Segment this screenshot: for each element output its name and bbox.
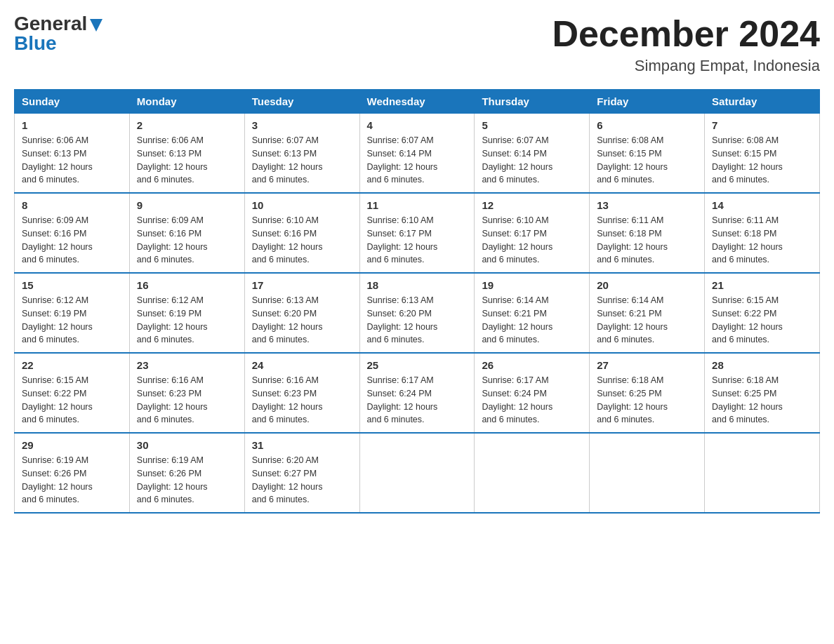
calendar-cell: 15 Sunrise: 6:12 AMSunset: 6:19 PMDaylig… bbox=[15, 273, 130, 353]
header-friday: Friday bbox=[590, 90, 705, 114]
header-row: SundayMondayTuesdayWednesdayThursdayFrid… bbox=[15, 90, 820, 114]
day-number: 30 bbox=[137, 439, 237, 451]
day-number: 12 bbox=[482, 199, 582, 211]
week-row-3: 15 Sunrise: 6:12 AMSunset: 6:19 PMDaylig… bbox=[15, 273, 820, 353]
day-number: 23 bbox=[137, 359, 237, 371]
day-info: Sunrise: 6:08 AMSunset: 6:15 PMDaylight:… bbox=[597, 134, 697, 187]
day-number: 20 bbox=[597, 279, 697, 291]
day-number: 11 bbox=[367, 199, 468, 211]
day-info: Sunrise: 6:13 AMSunset: 6:20 PMDaylight:… bbox=[367, 294, 468, 347]
calendar-cell bbox=[359, 433, 475, 513]
logo: General Blue bbox=[14, 14, 102, 53]
day-number: 6 bbox=[597, 119, 697, 131]
day-info: Sunrise: 6:08 AMSunset: 6:15 PMDaylight:… bbox=[712, 134, 812, 187]
day-info: Sunrise: 6:16 AMSunset: 6:23 PMDaylight:… bbox=[252, 374, 352, 427]
header-sunday: Sunday bbox=[15, 90, 130, 114]
calendar-cell: 7 Sunrise: 6:08 AMSunset: 6:15 PMDayligh… bbox=[705, 114, 820, 194]
day-number: 9 bbox=[137, 199, 237, 211]
day-info: Sunrise: 6:18 AMSunset: 6:25 PMDaylight:… bbox=[712, 374, 812, 427]
calendar-cell bbox=[475, 433, 590, 513]
day-number: 31 bbox=[252, 439, 352, 451]
calendar-cell: 16 Sunrise: 6:12 AMSunset: 6:19 PMDaylig… bbox=[129, 273, 244, 353]
calendar-cell: 25 Sunrise: 6:17 AMSunset: 6:24 PMDaylig… bbox=[359, 353, 475, 433]
day-number: 22 bbox=[22, 359, 122, 371]
day-info: Sunrise: 6:11 AMSunset: 6:18 PMDaylight:… bbox=[597, 214, 697, 267]
calendar-cell: 12 Sunrise: 6:10 AMSunset: 6:17 PMDaylig… bbox=[475, 193, 590, 273]
calendar-cell: 29 Sunrise: 6:19 AMSunset: 6:26 PMDaylig… bbox=[15, 433, 130, 513]
day-info: Sunrise: 6:12 AMSunset: 6:19 PMDaylight:… bbox=[137, 294, 237, 347]
day-info: Sunrise: 6:16 AMSunset: 6:23 PMDaylight:… bbox=[137, 374, 237, 427]
calendar-cell: 18 Sunrise: 6:13 AMSunset: 6:20 PMDaylig… bbox=[359, 273, 475, 353]
day-info: Sunrise: 6:09 AMSunset: 6:16 PMDaylight:… bbox=[137, 214, 237, 267]
week-row-4: 22 Sunrise: 6:15 AMSunset: 6:22 PMDaylig… bbox=[15, 353, 820, 433]
calendar-cell: 3 Sunrise: 6:07 AMSunset: 6:13 PMDayligh… bbox=[244, 114, 359, 194]
calendar-cell: 26 Sunrise: 6:17 AMSunset: 6:24 PMDaylig… bbox=[475, 353, 590, 433]
day-info: Sunrise: 6:15 AMSunset: 6:22 PMDaylight:… bbox=[22, 374, 122, 427]
day-number: 7 bbox=[712, 119, 812, 131]
day-number: 8 bbox=[22, 199, 122, 211]
calendar-cell: 31 Sunrise: 6:20 AMSunset: 6:27 PMDaylig… bbox=[244, 433, 359, 513]
day-number: 13 bbox=[597, 199, 697, 211]
calendar-cell: 23 Sunrise: 6:16 AMSunset: 6:23 PMDaylig… bbox=[129, 353, 244, 433]
calendar-cell bbox=[590, 433, 705, 513]
calendar-cell: 14 Sunrise: 6:11 AMSunset: 6:18 PMDaylig… bbox=[705, 193, 820, 273]
day-info: Sunrise: 6:06 AMSunset: 6:13 PMDaylight:… bbox=[22, 134, 122, 187]
day-info: Sunrise: 6:12 AMSunset: 6:19 PMDaylight:… bbox=[22, 294, 122, 347]
day-number: 19 bbox=[482, 279, 582, 291]
day-info: Sunrise: 6:11 AMSunset: 6:18 PMDaylight:… bbox=[712, 214, 812, 267]
week-row-1: 1 Sunrise: 6:06 AMSunset: 6:13 PMDayligh… bbox=[15, 114, 820, 194]
calendar-cell: 10 Sunrise: 6:10 AMSunset: 6:16 PMDaylig… bbox=[244, 193, 359, 273]
calendar-cell: 27 Sunrise: 6:18 AMSunset: 6:25 PMDaylig… bbox=[590, 353, 705, 433]
day-info: Sunrise: 6:10 AMSunset: 6:17 PMDaylight:… bbox=[367, 214, 468, 267]
calendar-body: 1 Sunrise: 6:06 AMSunset: 6:13 PMDayligh… bbox=[15, 114, 820, 514]
day-info: Sunrise: 6:06 AMSunset: 6:13 PMDaylight:… bbox=[137, 134, 237, 187]
location-subtitle: Simpang Empat, Indonesia bbox=[552, 57, 820, 75]
day-number: 1 bbox=[22, 119, 122, 131]
calendar-cell: 4 Sunrise: 6:07 AMSunset: 6:14 PMDayligh… bbox=[359, 114, 475, 194]
day-info: Sunrise: 6:17 AMSunset: 6:24 PMDaylight:… bbox=[482, 374, 582, 427]
calendar-cell: 11 Sunrise: 6:10 AMSunset: 6:17 PMDaylig… bbox=[359, 193, 475, 273]
header-thursday: Thursday bbox=[475, 90, 590, 114]
day-number: 25 bbox=[367, 359, 468, 371]
calendar-cell: 1 Sunrise: 6:06 AMSunset: 6:13 PMDayligh… bbox=[15, 114, 130, 194]
day-number: 21 bbox=[712, 279, 812, 291]
day-number: 5 bbox=[482, 119, 582, 131]
month-title: December 2024 bbox=[552, 14, 820, 54]
day-number: 17 bbox=[252, 279, 352, 291]
day-number: 27 bbox=[597, 359, 697, 371]
header-monday: Monday bbox=[129, 90, 244, 114]
calendar-table: SundayMondayTuesdayWednesdayThursdayFrid… bbox=[14, 89, 820, 514]
calendar-cell: 13 Sunrise: 6:11 AMSunset: 6:18 PMDaylig… bbox=[590, 193, 705, 273]
calendar-cell: 8 Sunrise: 6:09 AMSunset: 6:16 PMDayligh… bbox=[15, 193, 130, 273]
logo-blue-text: Blue bbox=[14, 34, 57, 53]
calendar-cell: 5 Sunrise: 6:07 AMSunset: 6:14 PMDayligh… bbox=[475, 114, 590, 194]
calendar-cell: 28 Sunrise: 6:18 AMSunset: 6:25 PMDaylig… bbox=[705, 353, 820, 433]
logo-general-text: General bbox=[14, 14, 87, 34]
calendar-cell: 2 Sunrise: 6:06 AMSunset: 6:13 PMDayligh… bbox=[129, 114, 244, 194]
day-info: Sunrise: 6:19 AMSunset: 6:26 PMDaylight:… bbox=[137, 454, 237, 507]
day-number: 4 bbox=[367, 119, 468, 131]
calendar-cell: 24 Sunrise: 6:16 AMSunset: 6:23 PMDaylig… bbox=[244, 353, 359, 433]
day-number: 18 bbox=[367, 279, 468, 291]
day-number: 15 bbox=[22, 279, 122, 291]
calendar-header: SundayMondayTuesdayWednesdayThursdayFrid… bbox=[15, 90, 820, 114]
calendar-cell: 30 Sunrise: 6:19 AMSunset: 6:26 PMDaylig… bbox=[129, 433, 244, 513]
day-info: Sunrise: 6:19 AMSunset: 6:26 PMDaylight:… bbox=[22, 454, 122, 507]
week-row-2: 8 Sunrise: 6:09 AMSunset: 6:16 PMDayligh… bbox=[15, 193, 820, 273]
page-header: General Blue December 2024 Simpang Empat… bbox=[14, 14, 820, 75]
day-info: Sunrise: 6:14 AMSunset: 6:21 PMDaylight:… bbox=[597, 294, 697, 347]
day-info: Sunrise: 6:18 AMSunset: 6:25 PMDaylight:… bbox=[597, 374, 697, 427]
calendar-cell: 9 Sunrise: 6:09 AMSunset: 6:16 PMDayligh… bbox=[129, 193, 244, 273]
day-info: Sunrise: 6:10 AMSunset: 6:17 PMDaylight:… bbox=[482, 214, 582, 267]
title-block: December 2024 Simpang Empat, Indonesia bbox=[552, 14, 820, 75]
day-number: 2 bbox=[137, 119, 237, 131]
day-number: 16 bbox=[137, 279, 237, 291]
header-saturday: Saturday bbox=[705, 90, 820, 114]
day-info: Sunrise: 6:15 AMSunset: 6:22 PMDaylight:… bbox=[712, 294, 812, 347]
calendar-cell: 17 Sunrise: 6:13 AMSunset: 6:20 PMDaylig… bbox=[244, 273, 359, 353]
day-number: 28 bbox=[712, 359, 812, 371]
day-info: Sunrise: 6:07 AMSunset: 6:14 PMDaylight:… bbox=[367, 134, 468, 187]
day-info: Sunrise: 6:13 AMSunset: 6:20 PMDaylight:… bbox=[252, 294, 352, 347]
calendar-cell: 20 Sunrise: 6:14 AMSunset: 6:21 PMDaylig… bbox=[590, 273, 705, 353]
day-info: Sunrise: 6:07 AMSunset: 6:14 PMDaylight:… bbox=[482, 134, 582, 187]
